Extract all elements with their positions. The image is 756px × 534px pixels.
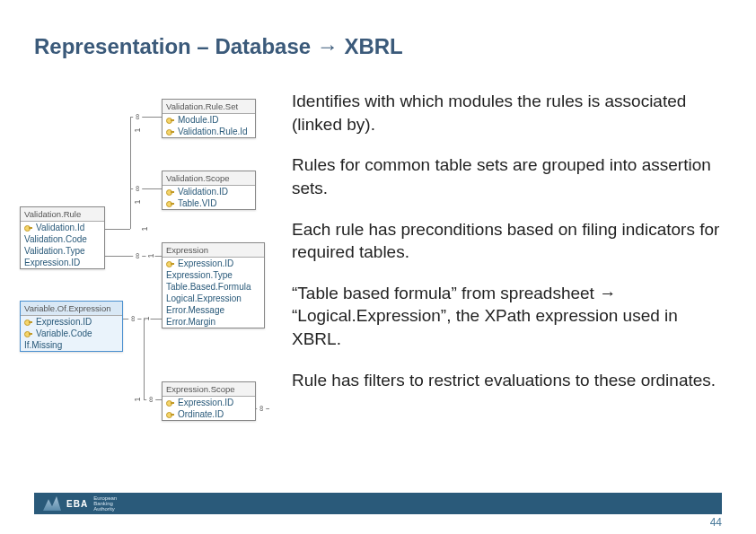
key-icon — [24, 329, 33, 338]
logo-text: EBA — [66, 499, 88, 509]
field-label: Variable.Code — [36, 328, 92, 338]
field-label: Expression.ID — [178, 398, 233, 407]
field: Expression.ID — [163, 258, 264, 269]
paragraph: Identifies with which modules the rules … — [292, 90, 729, 136]
logo-icon — [43, 496, 61, 511]
cardinality: ∞ — [133, 114, 142, 119]
connector — [130, 117, 131, 229]
cardinality: 1 — [133, 397, 142, 401]
key-icon — [166, 199, 175, 208]
field: Error.Message — [163, 304, 264, 316]
box-expression-scope: Expression.Scope Expression.ID Ordinate.… — [162, 381, 256, 421]
cardinality: ∞ — [128, 316, 137, 321]
field-label: Error.Margin — [166, 317, 215, 327]
cardinality: 1 — [142, 316, 151, 320]
field-label: Expression.ID — [178, 258, 233, 268]
key-icon — [24, 318, 33, 327]
box-header: Expression.Scope — [163, 382, 255, 397]
cardinality: 1 — [140, 226, 149, 231]
connector — [144, 319, 145, 399]
paragraph: Rules for common table sets are grouped … — [292, 153, 729, 199]
key-icon — [166, 410, 175, 419]
field: Module.ID — [163, 114, 255, 126]
logo: EBA European Banking Authority — [43, 495, 117, 512]
box-header: Variable.Of.Expression — [21, 302, 122, 316]
field: If.Missing — [21, 339, 122, 351]
field: Expression.ID — [21, 316, 122, 328]
er-diagram: Validation.Rule Validation.Id Validation… — [18, 85, 278, 462]
field-label: Error.Message — [166, 305, 224, 315]
field-label: Table.Based.Formula — [166, 282, 251, 292]
field: Expression.ID — [21, 257, 104, 268]
field: Logical.Expression — [163, 293, 264, 304]
key-icon — [166, 259, 175, 268]
field-label: If.Missing — [24, 340, 62, 350]
field-label: Logical.Expression — [166, 293, 242, 303]
field: Expression.Type — [163, 269, 264, 281]
cardinality: 1 — [146, 253, 155, 258]
box-variable-of-expression: Variable.Of.Expression Expression.ID Var… — [20, 301, 123, 352]
paragraph: Each rule has preconditions based on fil… — [292, 218, 729, 264]
field-label: Expression.Type — [166, 270, 233, 280]
cardinality: ∞ — [146, 397, 155, 402]
field-label: Expression.ID — [36, 317, 92, 327]
key-icon — [24, 223, 33, 232]
cardinality: ∞ — [133, 253, 142, 258]
content-text: Identifies with which modules the rules … — [292, 90, 729, 409]
field-label: Validation.Id — [36, 223, 84, 232]
cardinality: ∞ — [257, 406, 266, 411]
cardinality: ∞ — [133, 186, 142, 191]
field: Ordinate.ID — [163, 408, 255, 420]
key-icon — [166, 116, 175, 125]
field: Validation.Rule.Id — [163, 126, 255, 137]
paragraph: “Table based formula” from spreadsheet →… — [292, 282, 729, 351]
box-header: Validation.Rule.Set — [163, 100, 255, 114]
connector — [105, 229, 130, 230]
field: Variable.Code — [21, 328, 122, 339]
logo-subtitle: Authority — [93, 506, 117, 512]
footer-bar: EBA European Banking Authority 44 — [34, 493, 722, 514]
field: Validation.Type — [21, 245, 104, 257]
box-header: Expression — [163, 243, 264, 258]
box-header: Validation.Rule — [21, 207, 104, 222]
box-validation-scope: Validation.Scope Validation.ID Table.VID — [162, 171, 256, 210]
field-label: Ordinate.ID — [178, 409, 224, 419]
slide-title: Representation – Database → XBRL — [34, 34, 403, 59]
field-label: Validation.Type — [24, 246, 85, 256]
page-number: 44 — [710, 516, 722, 529]
field-label: Validation.Rule.Id — [178, 127, 248, 136]
field: Error.Margin — [163, 316, 264, 328]
key-icon — [166, 127, 175, 136]
field: Validation.ID — [163, 186, 255, 197]
field-label: Expression.ID — [24, 258, 80, 267]
cardinality: 1 — [133, 127, 142, 132]
cardinality: 1 — [133, 199, 142, 204]
box-validation-rule: Validation.Rule Validation.Id Validation… — [20, 206, 105, 269]
field: Table.VID — [163, 197, 255, 209]
field: Validation.Code — [21, 233, 104, 245]
box-validation-rule-set: Validation.Rule.Set Module.ID Validation… — [162, 99, 256, 138]
box-expression: Expression Expression.ID Expression.Type… — [162, 242, 265, 328]
field-label: Validation.ID — [178, 187, 228, 197]
key-icon — [166, 398, 175, 407]
field: Validation.Id — [21, 222, 104, 233]
box-header: Validation.Scope — [163, 171, 255, 186]
field: Expression.ID — [163, 397, 255, 408]
field-label: Validation.Code — [24, 234, 87, 244]
field: Table.Based.Formula — [163, 281, 264, 293]
field-label: Module.ID — [178, 115, 219, 125]
key-icon — [166, 188, 175, 197]
paragraph: Rule has filters to restrict evaluations… — [292, 369, 729, 392]
field-label: Table.VID — [178, 198, 216, 208]
